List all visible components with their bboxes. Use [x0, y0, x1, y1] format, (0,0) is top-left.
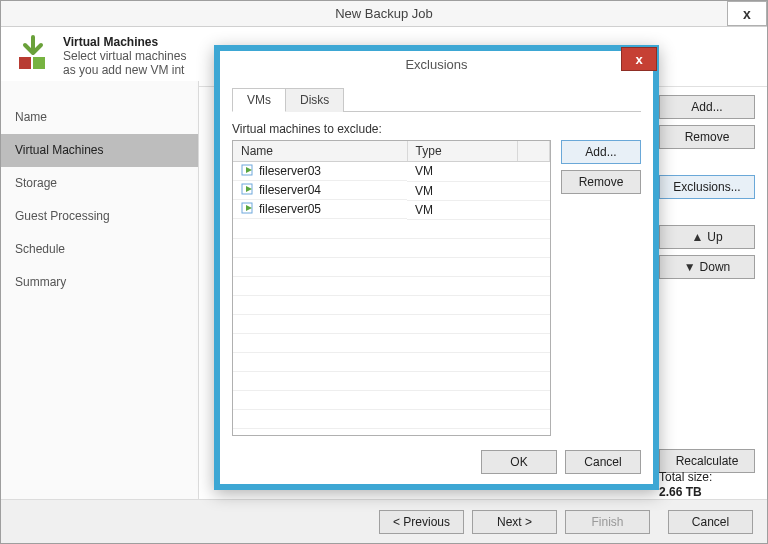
svg-rect-1 [33, 57, 45, 69]
finish-button: Finish [565, 510, 650, 534]
close-icon: x [635, 52, 642, 67]
exclusions-titlebar: Exclusions x [220, 51, 653, 77]
exclusions-ok-button[interactable]: OK [481, 450, 557, 474]
close-icon: x [743, 6, 751, 22]
table-row[interactable]: fileserver03 VM [233, 162, 550, 182]
cancel-button[interactable]: Cancel [668, 510, 753, 534]
tab-vms[interactable]: VMs [232, 88, 286, 112]
wizard-footer: < Previous Next > Finish Cancel [1, 499, 767, 543]
sidebar-item-summary[interactable]: Summary [1, 266, 198, 299]
vm-icon [241, 201, 255, 218]
wizard-sidebar: Name Virtual Machines Storage Guest Proc… [1, 81, 199, 499]
exclusions-body: VMs Disks Virtual machines to exclude: N… [220, 77, 653, 484]
arrow-up-icon: ▲ [691, 230, 703, 244]
exclusions-title: Exclusions [405, 57, 467, 72]
exclusions-cancel-button[interactable]: Cancel [565, 450, 641, 474]
total-size-value: 2.66 TB [659, 485, 755, 499]
exclude-right-buttons: Add... Remove [561, 140, 641, 436]
tab-disks[interactable]: Disks [285, 88, 344, 112]
total-size-label: Total size: [659, 470, 755, 484]
table-row[interactable]: fileserver04 VM [233, 181, 550, 200]
window-close-button[interactable]: x [727, 1, 767, 26]
exclude-grid-wrap: Name Type fileser [232, 140, 641, 436]
exclude-grid[interactable]: Name Type fileser [232, 140, 551, 436]
col-blank [518, 141, 550, 162]
remove-vm-button[interactable]: Remove [659, 125, 755, 149]
move-down-button[interactable]: ▼ Down [659, 255, 755, 279]
vm-icon [241, 182, 255, 199]
exclude-add-button[interactable]: Add... [561, 140, 641, 164]
exclusions-tabs: VMs Disks [232, 87, 641, 112]
col-name[interactable]: Name [233, 141, 407, 162]
col-type[interactable]: Type [407, 141, 518, 162]
arrow-down-icon: ▼ [684, 260, 696, 274]
exclusions-button[interactable]: Exclusions... [659, 175, 755, 199]
exclusions-dialog: Exclusions x VMs Disks Virtual machines … [214, 45, 659, 490]
window-title: New Backup Job [335, 6, 433, 21]
exclusions-footer: OK Cancel [232, 450, 641, 474]
vm-right-buttons: Add... Remove Exclusions... ▲ Up ▼ Down [659, 95, 755, 279]
total-size-block: Total size: 2.66 TB [659, 470, 755, 499]
exclude-remove-button[interactable]: Remove [561, 170, 641, 194]
next-button[interactable]: Next > [472, 510, 557, 534]
sidebar-item-schedule[interactable]: Schedule [1, 233, 198, 266]
sidebar-item-storage[interactable]: Storage [1, 167, 198, 200]
table-row[interactable]: fileserver05 VM [233, 200, 550, 219]
vm-icon [241, 163, 255, 180]
sidebar-item-name[interactable]: Name [1, 101, 198, 134]
exclusions-close-button[interactable]: x [621, 47, 657, 71]
main-window: New Backup Job x Virtual Machines Select… [0, 0, 768, 544]
previous-button[interactable]: < Previous [379, 510, 464, 534]
vm-header-icon [13, 35, 53, 78]
sidebar-item-virtual-machines[interactable]: Virtual Machines [1, 134, 198, 167]
move-up-button[interactable]: ▲ Up [659, 225, 755, 249]
svg-rect-0 [19, 57, 31, 69]
titlebar: New Backup Job x [1, 1, 767, 27]
add-vm-button[interactable]: Add... [659, 95, 755, 119]
exclude-list-label: Virtual machines to exclude: [232, 122, 641, 136]
sidebar-item-guest-processing[interactable]: Guest Processing [1, 200, 198, 233]
